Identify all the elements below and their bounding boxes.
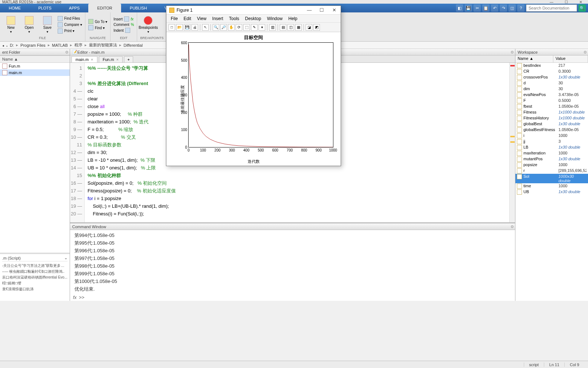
tab-publish[interactable]: PUBLISH — [121, 4, 156, 12]
breakpoints-button[interactable]: Breakpoints▼ — [140, 14, 156, 35]
chevron-down-icon[interactable]: ⌄ — [64, 256, 67, 260]
datacursor-icon[interactable]: ⬚ — [243, 24, 250, 31]
layout2-icon[interactable]: ▦ — [295, 24, 302, 31]
editor-tab-main[interactable]: main.m× — [71, 56, 97, 62]
redo-icon[interactable]: ↷ — [500, 4, 507, 12]
fig-minimize-icon[interactable]: — — [306, 7, 313, 13]
menu-file[interactable]: File — [169, 15, 180, 22]
menu-desktop[interactable]: Desktop — [243, 15, 263, 22]
dock-icon[interactable]: ◪ — [306, 24, 312, 31]
goto-button[interactable]: Go To ▾ — [88, 19, 107, 24]
figure-window[interactable]: Figure 1 — ☐ ✕ File Edit View Insert Too… — [166, 5, 341, 166]
workspace-row[interactable]: i1000 — [515, 133, 588, 139]
workspace-row[interactable]: jj3 — [515, 139, 588, 145]
figure-axes[interactable]: 目标空间 当前最佳适应度 迭代数 01002003004005006000100… — [166, 32, 341, 166]
menu-edit[interactable]: Edit — [181, 15, 193, 22]
tab-home[interactable]: HOME — [0, 4, 30, 12]
compare-button[interactable]: Compare ▾ — [58, 22, 82, 27]
brush-icon[interactable]: ✎ — [251, 24, 258, 31]
legend-icon[interactable]: ▤ — [280, 24, 286, 31]
workspace-row[interactable]: LB1x30 double — [515, 145, 588, 150]
workspace-row[interactable]: mutantPos1x30 double — [515, 156, 588, 162]
workspace-row[interactable]: UB1x30 double — [515, 189, 588, 195]
print-fig-icon[interactable]: 🖨 — [192, 24, 198, 31]
panel-menu-icon[interactable]: ⊙ — [511, 50, 514, 54]
workspace-row[interactable]: time1000 — [515, 183, 588, 189]
workspace-row[interactable]: crossoverPos1x30 double — [515, 74, 588, 80]
menu-window[interactable]: Window — [265, 15, 285, 22]
find-files-button[interactable]: Find Files — [58, 16, 82, 21]
toolbar-icon-3[interactable]: ✂ — [473, 4, 481, 12]
command-output[interactable]: 第994代:1.058e-05第995代:1.058e-05第996代:1.05… — [70, 230, 515, 294]
menu-tools[interactable]: Tools — [227, 15, 241, 22]
panel-menu-icon[interactable]: ⊙ — [584, 50, 587, 54]
close-tab-icon[interactable]: × — [91, 57, 93, 62]
menu-help[interactable]: Help — [286, 15, 300, 22]
tab-apps[interactable]: APPS — [60, 4, 88, 12]
help-icon[interactable]: ? — [517, 4, 525, 12]
toolbar-icon-1[interactable]: ◧ — [456, 4, 463, 12]
open-fig-icon[interactable]: 📂 — [176, 24, 183, 31]
menu-insert[interactable]: Insert — [210, 15, 225, 22]
minimize-icon[interactable]: — — [544, 0, 559, 4]
zoom-in-icon[interactable]: 🔍 — [213, 24, 219, 31]
workspace-row[interactable]: globalBestFitness1.0580e-05 — [515, 127, 588, 133]
undock-icon[interactable]: ◩ — [313, 24, 320, 31]
toolbar-icon-4[interactable]: 📋 — [482, 4, 490, 12]
new-tab-button[interactable]: + — [124, 56, 133, 62]
save-button[interactable]: Save▼ — [39, 14, 55, 35]
editor-tab-fun[interactable]: Fun.m× — [99, 56, 123, 62]
panel-menu-icon[interactable]: ⊙ — [65, 50, 68, 54]
maximize-icon[interactable]: ☐ — [559, 0, 573, 4]
workspace-row[interactable]: Fitness1x1000 double — [515, 110, 588, 115]
workspace-header[interactable]: Name ▲ Value — [515, 55, 588, 63]
workspace-row[interactable]: bestIndex217 — [515, 63, 588, 69]
workspace-row[interactable]: Sol1000x30 double — [515, 174, 588, 183]
workspace-row[interactable]: popsize1000 — [515, 162, 588, 168]
open-button[interactable]: Open▼ — [21, 14, 37, 35]
search-go-icon[interactable]: 🔍 — [579, 4, 586, 12]
editor-marker-bar[interactable] — [509, 63, 515, 222]
workspace-row[interactable]: maxIteration1000 — [515, 150, 588, 156]
insert-button[interactable]: Insert fx — [113, 16, 134, 22]
link-icon[interactable]: ▾ — [259, 24, 265, 31]
print-button[interactable]: Print ▾ — [58, 28, 82, 34]
indent-button[interactable]: Indent — [113, 28, 134, 33]
undo-icon[interactable]: ↶ — [491, 4, 498, 12]
pan-icon[interactable]: ✋ — [228, 24, 235, 31]
toolbar-icon-7[interactable]: ◫ — [508, 4, 516, 12]
fig-close-icon[interactable]: ✕ — [330, 7, 338, 13]
workspace-row[interactable]: d30 — [515, 80, 588, 86]
tab-editor[interactable]: EDITOR — [88, 4, 121, 12]
zoom-out-icon[interactable]: 🔎 — [220, 24, 227, 31]
workspace-row[interactable]: F0.5000 — [515, 98, 588, 104]
colorbar-icon[interactable]: ▥ — [269, 24, 276, 31]
close-tab-icon[interactable]: × — [116, 57, 119, 62]
command-prompt[interactable]: fx>> — [70, 294, 515, 301]
workspace-row[interactable]: evalNewPos3.4738e-05 — [515, 92, 588, 98]
workspace-row[interactable]: CR0.3000 — [515, 69, 588, 74]
workspace-row[interactable]: FitnessHistory1x1000 double — [515, 115, 588, 121]
workspace-row[interactable]: globalBest1x30 double — [515, 121, 588, 127]
close-icon[interactable]: ✕ — [573, 0, 588, 4]
file-item[interactable]: main.m — [0, 69, 70, 76]
comment-button[interactable]: Comment % — [113, 23, 134, 27]
file-item[interactable]: Fun.m — [0, 63, 70, 69]
folder-name-header[interactable]: Name ▲ — [0, 55, 70, 63]
workspace-row[interactable]: r[289,155,696,529 — [515, 168, 588, 174]
find-button[interactable]: Find ▾ — [88, 25, 107, 30]
search-input[interactable] — [526, 4, 577, 12]
fig-maximize-icon[interactable]: ☐ — [318, 7, 325, 13]
pointer-icon[interactable]: ↖ — [202, 24, 209, 31]
new-button[interactable]: New▼ — [3, 14, 19, 35]
layout1-icon[interactable]: ◫ — [287, 24, 294, 31]
save-fig-icon[interactable]: 💾 — [184, 24, 190, 31]
rotate-icon[interactable]: ⟳ — [236, 24, 242, 31]
panel-menu-icon[interactable]: ⊙ — [511, 225, 514, 229]
tab-plots[interactable]: PLOTS — [30, 4, 60, 12]
new-fig-icon[interactable]: □ — [169, 24, 175, 31]
workspace-row[interactable]: fbest1.0580e-05 — [515, 104, 588, 110]
menu-view[interactable]: View — [195, 15, 209, 22]
save-layout-icon[interactable]: 💾 — [465, 4, 472, 12]
figure-titlebar[interactable]: Figure 1 — ☐ ✕ — [166, 6, 341, 15]
